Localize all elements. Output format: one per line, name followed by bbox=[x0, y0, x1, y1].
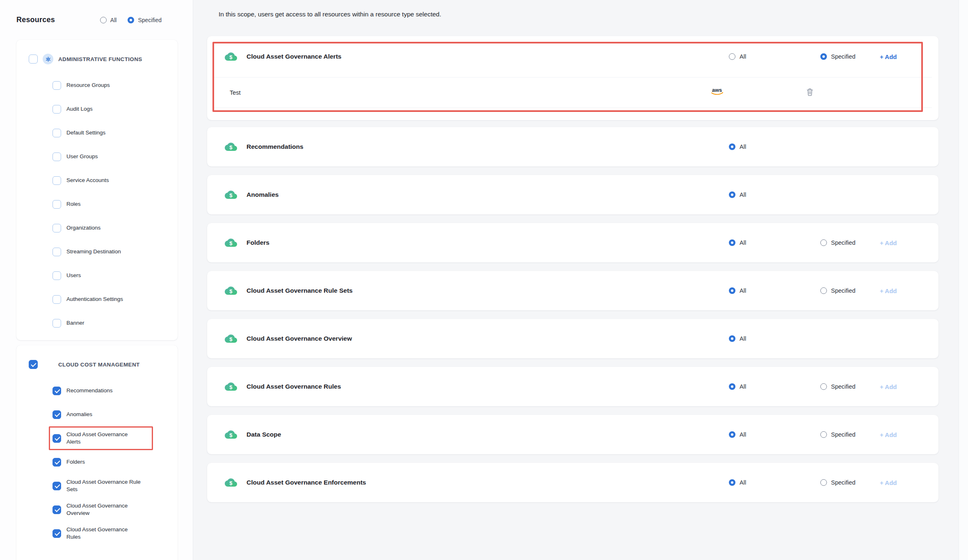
item-checkbox[interactable] bbox=[53, 529, 61, 538]
radio-icon[interactable] bbox=[729, 479, 735, 486]
radio-icon[interactable] bbox=[729, 53, 735, 60]
radio-specified-label: Specified bbox=[831, 431, 856, 438]
radio-specified[interactable]: Specified bbox=[820, 287, 856, 294]
item-checkbox[interactable] bbox=[53, 505, 61, 514]
item-checkbox[interactable] bbox=[53, 176, 61, 185]
sidebar-item[interactable]: Resource Groups bbox=[53, 73, 170, 97]
item-checkbox[interactable] bbox=[53, 410, 61, 419]
radio-icon[interactable] bbox=[729, 143, 735, 150]
radio-icon[interactable] bbox=[729, 431, 735, 438]
item-checkbox[interactable] bbox=[53, 105, 61, 114]
item-checkbox[interactable] bbox=[53, 200, 61, 209]
resource-row-header: $ Cloud Asset Governance Overview All bbox=[207, 319, 938, 358]
add-button[interactable]: + Add bbox=[880, 53, 897, 60]
sidebar-item[interactable]: Cloud Asset Governance Overview bbox=[53, 498, 170, 521]
main-panel: In this scope, users get access to all r… bbox=[193, 0, 968, 560]
radio-all[interactable]: All bbox=[729, 383, 746, 390]
sidebar-item[interactable]: Cloud Asset Governance Rule Sets bbox=[53, 474, 170, 498]
sidebar-item[interactable]: Anomalies bbox=[53, 403, 170, 426]
item-checkbox[interactable] bbox=[53, 319, 61, 328]
radio-icon[interactable] bbox=[729, 239, 735, 246]
sidebar-item[interactable]: Recommendations bbox=[53, 379, 170, 403]
radio-all[interactable]: All bbox=[729, 53, 746, 60]
delete-entry-button[interactable] bbox=[806, 87, 814, 98]
item-checkbox[interactable] bbox=[53, 271, 61, 280]
group-checkbox[interactable] bbox=[29, 55, 38, 64]
sidebar-item[interactable]: Service Accounts bbox=[53, 168, 170, 192]
radio-specified[interactable]: Specified bbox=[820, 431, 856, 438]
resource-row-header: $ Anomalies All bbox=[207, 175, 938, 214]
radio-all[interactable]: All bbox=[729, 239, 746, 246]
item-checkbox[interactable] bbox=[53, 482, 61, 490]
add-button[interactable]: + Add bbox=[880, 431, 897, 438]
sidebar-item[interactable]: Folders bbox=[53, 450, 170, 474]
sidebar-group-header[interactable]: $ ADMINISTRATIVE FUNCTIONS bbox=[16, 40, 178, 68]
radio-icon[interactable] bbox=[820, 287, 827, 294]
radio-icon[interactable] bbox=[820, 431, 827, 438]
gear-icon bbox=[43, 54, 53, 64]
aws-icon: aws bbox=[709, 87, 725, 99]
group-checkbox[interactable] bbox=[29, 360, 38, 369]
svg-text:$: $ bbox=[47, 362, 49, 367]
sidebar-item-label: Recommendations bbox=[66, 387, 113, 394]
item-checkbox[interactable] bbox=[53, 387, 61, 395]
sidebar-item[interactable]: Authentication Settings bbox=[53, 287, 170, 311]
resource-type-label: Cloud Asset Governance Overview bbox=[247, 335, 352, 342]
cloud-dollar-icon: $ bbox=[224, 237, 238, 249]
radio-icon[interactable] bbox=[820, 239, 827, 246]
item-checkbox[interactable] bbox=[53, 81, 61, 90]
cloud-dollar-icon: $ bbox=[224, 332, 238, 345]
sidebar-item[interactable]: Organizations bbox=[53, 216, 170, 240]
sidebar: Resources All Specified bbox=[0, 0, 193, 560]
sidebar-group-header[interactable]: $ CLOUD COST MANAGEMENT bbox=[16, 345, 178, 374]
radio-all[interactable]: All bbox=[729, 431, 746, 438]
radio-icon[interactable] bbox=[820, 479, 827, 486]
item-checkbox[interactable] bbox=[53, 224, 61, 232]
add-button[interactable]: + Add bbox=[880, 287, 897, 294]
sidebar-item-label: Authentication Settings bbox=[66, 296, 123, 303]
add-button[interactable]: + Add bbox=[880, 479, 897, 486]
item-checkbox[interactable] bbox=[53, 434, 61, 443]
radio-all[interactable]: All bbox=[729, 287, 746, 294]
radio-icon[interactable] bbox=[820, 53, 827, 60]
scrollbar-track[interactable] bbox=[959, 0, 968, 560]
cloud-dollar-icon: $ bbox=[224, 50, 238, 63]
sidebar-item[interactable]: Roles bbox=[53, 192, 170, 216]
sidebar-item[interactable]: Audit Logs bbox=[53, 97, 170, 121]
radio-all[interactable]: All bbox=[729, 335, 746, 342]
sidebar-item[interactable]: Cloud Asset Governance Rules bbox=[53, 521, 170, 545]
radio-specified-label: Specified bbox=[831, 53, 856, 60]
radio-specified[interactable]: Specified bbox=[820, 239, 856, 246]
sidebar-item[interactable]: Users bbox=[53, 264, 170, 287]
radio-specified[interactable]: Specified bbox=[820, 479, 856, 486]
item-checkbox[interactable] bbox=[53, 153, 61, 161]
resource-row-header: $ Cloud Asset Governance Rules All Speci… bbox=[207, 367, 938, 406]
item-checkbox[interactable] bbox=[53, 458, 61, 467]
resource-type-label: Folders bbox=[247, 239, 269, 246]
sidebar-item-label: Banner bbox=[66, 319, 84, 327]
sidebar-item[interactable]: Banner bbox=[53, 311, 170, 335]
sidebar-item[interactable]: Cloud Asset Governance Alerts bbox=[53, 426, 170, 450]
radio-all[interactable]: All bbox=[729, 191, 746, 198]
sidebar-item[interactable]: Default Settings bbox=[53, 121, 170, 145]
sidebar-item-label: Organizations bbox=[66, 224, 100, 232]
sidebar-item[interactable]: Streaming Destination bbox=[53, 240, 170, 264]
sidebar-item[interactable]: User Groups bbox=[53, 145, 170, 168]
resource-row-header: $ Cloud Asset Governance Alerts All Spec… bbox=[207, 36, 938, 77]
radio-icon[interactable] bbox=[729, 383, 735, 390]
item-checkbox[interactable] bbox=[53, 295, 61, 304]
add-button[interactable]: + Add bbox=[880, 383, 897, 390]
radio-all[interactable]: All bbox=[729, 143, 746, 150]
resource-row-header: $ Folders All Specified + Add bbox=[207, 223, 938, 262]
radio-all[interactable]: All bbox=[729, 479, 746, 486]
radio-icon[interactable] bbox=[729, 335, 735, 342]
radio-icon[interactable] bbox=[729, 191, 735, 198]
radio-icon[interactable] bbox=[729, 287, 735, 294]
resource-row: $ Cloud Asset Governance Alerts All Spec… bbox=[207, 36, 938, 120]
item-checkbox[interactable] bbox=[53, 129, 61, 137]
radio-icon[interactable] bbox=[820, 383, 827, 390]
radio-specified[interactable]: Specified bbox=[820, 53, 856, 60]
add-button[interactable]: + Add bbox=[880, 239, 897, 246]
radio-specified[interactable]: Specified bbox=[820, 383, 856, 390]
item-checkbox[interactable] bbox=[53, 248, 61, 256]
